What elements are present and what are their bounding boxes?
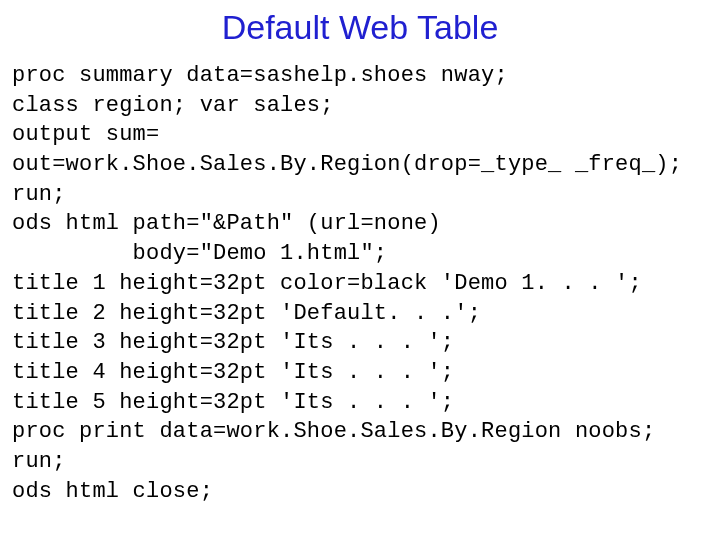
code-line: run; bbox=[12, 447, 708, 477]
code-line: class region; var sales; bbox=[12, 91, 708, 121]
code-line: run; bbox=[12, 180, 708, 210]
code-line: ods html close; bbox=[12, 477, 708, 507]
code-line: out=work.Shoe.Sales.By.Region(drop=_type… bbox=[12, 150, 708, 180]
code-line: title 1 height=32pt color=black 'Demo 1.… bbox=[12, 269, 708, 299]
code-line: ods html path="&Path" (url=none) bbox=[12, 209, 708, 239]
slide: Default Web Table proc summary data=sash… bbox=[0, 0, 720, 540]
code-line: title 4 height=32pt 'Its . . . '; bbox=[12, 358, 708, 388]
code-line: title 2 height=32pt 'Default. . .'; bbox=[12, 299, 708, 329]
code-line: title 3 height=32pt 'Its . . . '; bbox=[12, 328, 708, 358]
code-line: output sum= bbox=[12, 120, 708, 150]
code-block: proc summary data=sashelp.shoes nway;cla… bbox=[12, 61, 708, 506]
code-line: title 5 height=32pt 'Its . . . '; bbox=[12, 388, 708, 418]
code-line: proc summary data=sashelp.shoes nway; bbox=[12, 61, 708, 91]
page-title: Default Web Table bbox=[12, 8, 708, 47]
code-line: body="Demo 1.html"; bbox=[12, 239, 708, 269]
code-line: proc print data=work.Shoe.Sales.By.Regio… bbox=[12, 417, 708, 447]
